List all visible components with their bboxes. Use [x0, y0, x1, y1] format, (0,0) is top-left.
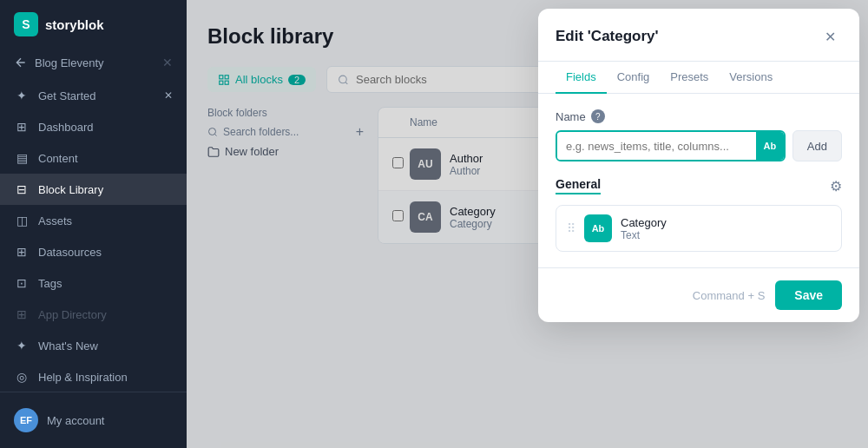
sidebar-item-label: Help & Inspiration: [38, 371, 128, 384]
settings-icon[interactable]: ⚙: [830, 178, 842, 194]
tab-versions[interactable]: Versions: [719, 62, 783, 94]
sidebar-item-whats-new[interactable]: ✦ What's New: [0, 330, 187, 361]
modal-footer: Command + S Save: [538, 267, 859, 322]
sidebar-item-tags[interactable]: ⊡ Tags: [0, 267, 187, 299]
sidebar-item-datasources[interactable]: ⊞ Datasources: [0, 236, 187, 267]
image-icon: ◫: [14, 213, 30, 228]
close-icon[interactable]: ✕: [164, 89, 173, 102]
general-section-title: General: [556, 177, 601, 194]
sidebar: S storyblok Blog Eleventy ✕ ✦ Get Starte…: [0, 0, 187, 448]
sidebar-item-label: What's New: [38, 339, 98, 352]
name-field-label: Name ?: [556, 109, 842, 123]
sidebar-item-label: Assets: [38, 214, 72, 227]
database-icon: ⊞: [14, 244, 30, 260]
sidebar-item-content[interactable]: ▤ Content: [0, 142, 187, 174]
sidebar-bottom: EF My account: [0, 392, 187, 448]
field-type-icon: Ab: [584, 214, 612, 242]
field-info: Category Text: [621, 216, 831, 241]
shortcut-text: Command + S: [693, 289, 765, 302]
sidebar-item-label: Tags: [38, 277, 62, 290]
modal-body: Name ? Ab Add General ⚙ ⠿ Ab: [538, 94, 859, 267]
sidebar-item-dashboard[interactable]: ⊞ Dashboard: [0, 111, 187, 142]
modal-close-button[interactable]: ✕: [818, 24, 842, 49]
blocks-icon: ⊟: [14, 181, 30, 197]
apps-icon: ⊞: [14, 306, 30, 322]
modal-overlay: Edit 'Category' ✕ Fields Config Presets …: [187, 0, 868, 448]
field-name: Category: [621, 216, 831, 229]
sidebar-item-label: Block Library: [38, 183, 103, 196]
modal-header: Edit 'Category' ✕: [538, 9, 859, 62]
sidebar-nav: ✦ Get Started ✕ ⊞ Dashboard ▤ Content ⊟ …: [0, 76, 187, 392]
name-input-icon: Ab: [756, 132, 784, 160]
name-input-wrap: Ab: [556, 130, 786, 161]
logo-text: storyblok: [45, 17, 104, 32]
arrow-left-icon: [14, 56, 28, 69]
tab-fields[interactable]: Fields: [556, 62, 607, 94]
sidebar-item-label: App Directory: [38, 308, 107, 321]
logo-area[interactable]: S storyblok: [0, 0, 187, 49]
modal-tabs: Fields Config Presets Versions: [538, 62, 859, 94]
help-icon: ◎: [14, 369, 30, 385]
sidebar-item-app-directory[interactable]: ⊞ App Directory: [0, 299, 187, 330]
field-row-category[interactable]: ⠿ Ab Category Text: [556, 205, 842, 252]
close-space-icon[interactable]: ✕: [162, 56, 173, 69]
drag-handle-icon[interactable]: ⠿: [567, 221, 575, 235]
sidebar-item-get-started[interactable]: ✦ Get Started ✕: [0, 80, 187, 111]
star-icon: ✦: [14, 88, 30, 103]
account-label: My account: [47, 414, 104, 427]
field-type-label: Text: [621, 229, 831, 241]
sidebar-item-help[interactable]: ◎ Help & Inspiration: [0, 361, 187, 392]
sidebar-item-label: Datasources: [38, 246, 102, 259]
name-input-row: Ab Add: [556, 130, 842, 161]
help-tooltip-icon[interactable]: ?: [591, 109, 605, 123]
edit-modal: Edit 'Category' ✕ Fields Config Presets …: [538, 9, 859, 322]
main-content: Block library All blocks 2 Block folders…: [187, 0, 868, 448]
logo-icon: S: [14, 12, 38, 36]
tag-icon: ⊡: [14, 275, 30, 291]
tab-presets[interactable]: Presets: [660, 62, 719, 94]
sidebar-item-assets[interactable]: ◫ Assets: [0, 205, 187, 236]
sidebar-item-label: Get Started: [38, 89, 95, 102]
space-name: Blog Eleventy: [35, 56, 104, 69]
avatar: EF: [14, 408, 38, 432]
file-icon: ▤: [14, 150, 30, 166]
sidebar-item-block-library[interactable]: ⊟ Block Library: [0, 174, 187, 205]
sparkle-icon: ✦: [14, 338, 30, 353]
modal-title: Edit 'Category': [556, 28, 659, 45]
grid-icon: ⊞: [14, 119, 30, 135]
tab-config[interactable]: Config: [607, 62, 661, 94]
space-selector[interactable]: Blog Eleventy ✕: [0, 49, 187, 76]
add-field-button[interactable]: Add: [792, 130, 842, 161]
general-section-header: General ⚙: [556, 177, 842, 194]
sidebar-item-label: Content: [38, 152, 78, 165]
save-button[interactable]: Save: [775, 280, 842, 310]
name-input[interactable]: [557, 133, 756, 160]
account-item[interactable]: EF My account: [0, 399, 187, 441]
sidebar-item-label: Dashboard: [38, 121, 94, 134]
